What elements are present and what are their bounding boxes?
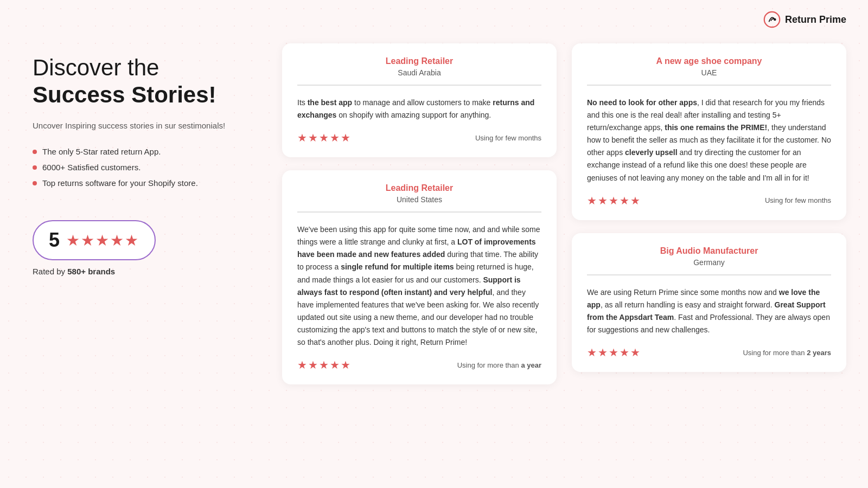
cards-column-1: Leading Retailer Saudi Arabia Its the be… — [282, 43, 557, 384]
review-card-1: Leading Retailer Saudi Arabia Its the be… — [282, 43, 557, 157]
cards-area: Leading Retailer Saudi Arabia Its the be… — [282, 33, 846, 466]
card-company-3: A new age shoe company — [587, 56, 831, 66]
card-company-4: Big Audio Manufacturer — [587, 246, 831, 256]
card-text-3: No need to look for other apps, I did th… — [587, 97, 831, 184]
card-company-2: Leading Retailer — [297, 183, 541, 193]
header: Return Prime — [763, 11, 846, 28]
card-header-2: Leading Retailer United States — [297, 183, 541, 213]
bullet-item-2: 6000+ Satisfied customers. — [33, 163, 260, 172]
card-footer-2: ★★★★★ Using for more than a year — [297, 358, 541, 371]
bullet-dot-2 — [33, 165, 37, 170]
review-card-4: Big Audio Manufacturer Germany We are us… — [572, 233, 846, 372]
card-using-2: Using for more than a year — [457, 361, 541, 369]
bullet-list: The only 5-Star rated return App. 6000+ … — [33, 147, 260, 188]
card-stars-1: ★★★★★ — [297, 131, 352, 144]
discover-text: Discover the — [33, 55, 159, 80]
card-using-4: Using for more than 2 years — [743, 349, 831, 357]
page-heading: Discover the Success Stories! — [33, 54, 260, 109]
card-stars-2: ★★★★★ — [297, 358, 352, 371]
main-container: Discover the Success Stories! Uncover In… — [0, 0, 868, 488]
rated-by-text: Rated by 580+ brands — [33, 267, 156, 276]
card-using-1: Using for few months — [475, 134, 541, 142]
rating-number: 5 — [49, 229, 60, 252]
card-company-1: Leading Retailer — [297, 56, 541, 66]
subtitle: Uncover Inspiring success stories in sur… — [33, 120, 260, 132]
card-header-1: Leading Retailer Saudi Arabia — [297, 56, 541, 86]
logo-icon — [763, 11, 781, 28]
card-header-4: Big Audio Manufacturer Germany — [587, 246, 831, 275]
card-location-1: Saudi Arabia — [297, 68, 541, 77]
card-footer-3: ★★★★★ Using for few months — [587, 194, 831, 207]
card-text-4: We are using Return Prime since some mon… — [587, 286, 831, 336]
card-location-2: United States — [297, 195, 541, 204]
card-location-4: Germany — [587, 258, 831, 267]
card-footer-1: ★★★★★ Using for few months — [297, 131, 541, 144]
stars-large: ★★★★★ — [66, 232, 139, 249]
review-card-3: A new age shoe company UAE No need to lo… — [572, 43, 846, 220]
card-location-3: UAE — [587, 68, 831, 77]
card-using-3: Using for few months — [765, 196, 831, 204]
success-text: Success Stories! — [33, 81, 260, 108]
svg-point-1 — [774, 18, 776, 21]
bullet-item-3: Top returns software for your Shopify st… — [33, 178, 260, 188]
cards-column-2: A new age shoe company UAE No need to lo… — [572, 43, 846, 372]
left-panel: Discover the Success Stories! Uncover In… — [33, 33, 260, 466]
bullet-dot-3 — [33, 181, 37, 185]
card-stars-4: ★★★★★ — [587, 346, 641, 359]
card-stars-3: ★★★★★ — [587, 194, 641, 207]
review-card-2: Leading Retailer United States We've bee… — [282, 170, 557, 384]
bullet-dot-1 — [33, 150, 37, 154]
rating-box: 5 ★★★★★ Rated by 580+ brands — [33, 220, 156, 276]
card-footer-4: ★★★★★ Using for more than 2 years — [587, 346, 831, 359]
card-header-3: A new age shoe company UAE — [587, 56, 831, 86]
card-text-1: Its the best app to manage and allow cus… — [297, 97, 541, 121]
bullet-item-1: The only 5-Star rated return App. — [33, 147, 260, 156]
card-text-2: We've been using this app for quite some… — [297, 223, 541, 349]
logo-text: Return Prime — [785, 14, 846, 25]
rating-pill: 5 ★★★★★ — [33, 220, 156, 260]
